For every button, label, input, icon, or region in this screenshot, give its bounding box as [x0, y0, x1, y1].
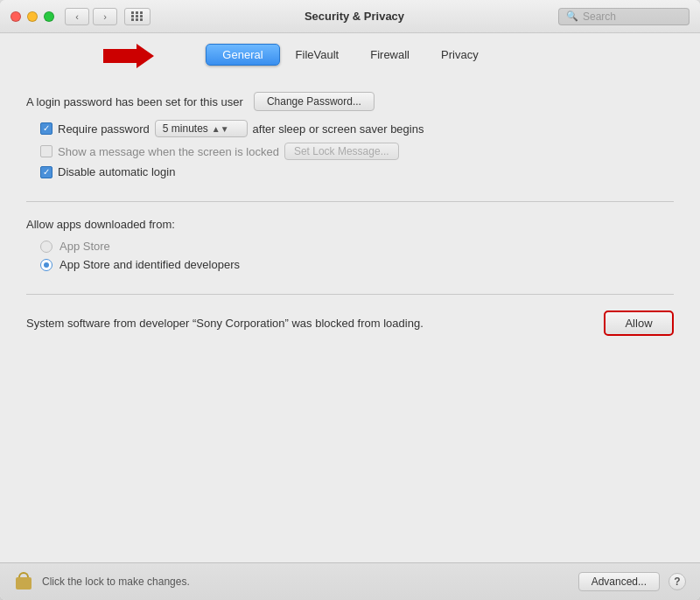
- lock-body: [16, 577, 32, 590]
- disable-autologin-row: Disable automatic login: [40, 165, 674, 178]
- login-password-text: A login password has been set for this u…: [26, 95, 243, 108]
- minimize-button[interactable]: [27, 11, 38, 22]
- bottom-bar: Click the lock to make changes. Advanced…: [0, 562, 700, 600]
- tabs-row: General FileVault Firewall Privacy: [0, 33, 700, 66]
- change-password-button[interactable]: Change Password...: [254, 92, 374, 111]
- show-message-row: Show a message when the screen is locked…: [40, 143, 674, 160]
- downloads-section: Allow apps downloaded from: App Store Ap…: [26, 202, 674, 295]
- tab-general[interactable]: General: [206, 44, 279, 66]
- blocked-section: System software from developer “Sony Cor…: [26, 295, 674, 345]
- password-timer-dropdown[interactable]: 5 minutes ▲▼: [155, 120, 248, 137]
- window-title: Security & Privacy: [150, 10, 558, 23]
- appstore-radio-label: App Store: [60, 240, 110, 253]
- appstore-devs-radio[interactable]: [40, 259, 52, 271]
- disable-autologin-label: Disable automatic login: [58, 165, 175, 178]
- traffic-lights: [10, 11, 54, 22]
- red-arrow-icon: [103, 42, 156, 70]
- require-password-row: Require password 5 minutes ▲▼ after slee…: [40, 120, 674, 137]
- show-message-checkbox[interactable]: [40, 145, 52, 157]
- dropdown-arrow-icon: ▲▼: [212, 124, 229, 134]
- search-icon: 🔍: [566, 10, 578, 22]
- appstore-radio[interactable]: [40, 241, 52, 253]
- require-password-label: Require password: [58, 122, 150, 136]
- lock-icon[interactable]: [14, 570, 33, 593]
- appstore-devs-radio-row: App Store and identified developers: [40, 258, 674, 271]
- lock-text: Click the lock to make changes.: [42, 576, 570, 588]
- require-password-checkbox[interactable]: [40, 122, 52, 135]
- close-button[interactable]: [10, 11, 21, 22]
- grid-view-button[interactable]: [124, 8, 150, 25]
- grid-icon: [131, 11, 144, 21]
- svg-marker-0: [103, 44, 154, 68]
- downloads-section-label: Allow apps downloaded from:: [26, 218, 674, 231]
- radio-selected-dot: [44, 262, 49, 268]
- search-bar[interactable]: 🔍 Search: [558, 8, 690, 25]
- require-password-suffix: after sleep or screen saver begins: [253, 122, 424, 136]
- allow-button[interactable]: Allow: [604, 310, 674, 336]
- password-row: A login password has been set for this u…: [26, 92, 674, 111]
- password-timer-value: 5 minutes: [163, 122, 208, 135]
- arrow-indicator: [103, 42, 156, 70]
- advanced-button[interactable]: Advanced...: [578, 572, 660, 591]
- tab-privacy[interactable]: Privacy: [425, 45, 494, 65]
- show-message-label: Show a message when the screen is locked: [58, 145, 279, 158]
- nav-buttons: ‹ ›: [65, 8, 117, 25]
- main-window: ‹ › Security & Privacy 🔍 Search General …: [0, 0, 700, 600]
- tab-firewall[interactable]: Firewall: [354, 45, 425, 65]
- set-lock-message-button[interactable]: Set Lock Message...: [284, 143, 399, 160]
- content-area: A login password has been set for this u…: [0, 66, 700, 562]
- tab-filevault[interactable]: FileVault: [280, 45, 355, 65]
- disable-autologin-checkbox[interactable]: [40, 166, 52, 178]
- help-button[interactable]: ?: [668, 573, 686, 590]
- maximize-button[interactable]: [44, 11, 54, 22]
- password-section: A login password has been set for this u…: [26, 80, 674, 202]
- back-button[interactable]: ‹: [65, 8, 89, 25]
- forward-button[interactable]: ›: [93, 8, 117, 25]
- appstore-radio-row: App Store: [40, 240, 674, 253]
- appstore-devs-radio-label: App Store and identified developers: [60, 258, 240, 271]
- blocked-message: System software from developer “Sony Cor…: [26, 315, 586, 332]
- search-input[interactable]: Search: [583, 10, 616, 23]
- titlebar: ‹ › Security & Privacy 🔍 Search: [0, 0, 700, 33]
